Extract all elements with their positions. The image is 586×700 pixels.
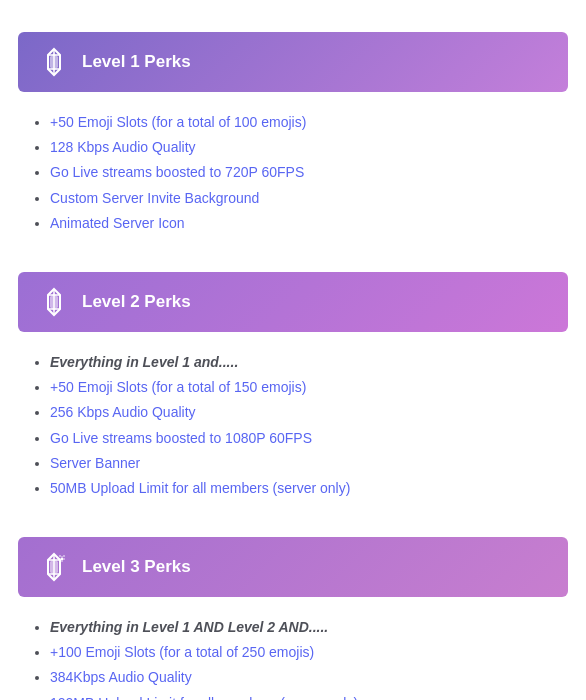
svg-point-17: [59, 555, 61, 557]
svg-point-16: [63, 555, 65, 557]
perk-link[interactable]: 384Kbps Audio Quality: [50, 669, 192, 685]
perk-link[interactable]: 100MB Upload Limit for all members (serv…: [50, 695, 358, 700]
list-item: Everything in Level 1 and.....: [50, 350, 558, 375]
level2-section: Level 2 Perks Everything in Level 1 and.…: [0, 272, 586, 519]
level3-section: Level 3 Perks Everything in Level 1 AND …: [0, 537, 586, 700]
level3-perks-list: Everything in Level 1 AND Level 2 AND...…: [0, 597, 586, 700]
level1-title: Level 1 Perks: [82, 52, 191, 72]
perk-link[interactable]: +50 Emoji Slots (for a total of 150 emoj…: [50, 379, 306, 395]
list-item: +100 Emoji Slots (for a total of 250 emo…: [50, 640, 558, 665]
list-item: 128 Kbps Audio Quality: [50, 135, 558, 160]
perk-link[interactable]: Server Banner: [50, 455, 140, 471]
list-item: +50 Emoji Slots (for a total of 150 emoj…: [50, 375, 558, 400]
list-item: Animated Server Icon: [50, 211, 558, 236]
list-item: Everything in Level 1 AND Level 2 AND...…: [50, 615, 558, 640]
level2-title: Level 2 Perks: [82, 292, 191, 312]
perk-link[interactable]: Animated Server Icon: [50, 215, 185, 231]
perk-link[interactable]: Go Live streams boosted to 720P 60FPS: [50, 164, 304, 180]
perk-link[interactable]: +50 Emoji Slots (for a total of 100 emoj…: [50, 114, 306, 130]
level1-section: Level 1 Perks +50 Emoji Slots (for a tot…: [0, 32, 586, 254]
perk-link[interactable]: +100 Emoji Slots (for a total of 250 emo…: [50, 644, 314, 660]
level3-title: Level 3 Perks: [82, 557, 191, 577]
level1-perks-list: +50 Emoji Slots (for a total of 100 emoj…: [0, 92, 586, 254]
list-item: Custom Server Invite Background: [50, 186, 558, 211]
level2-icon: [38, 286, 70, 318]
list-item: 256 Kbps Audio Quality: [50, 400, 558, 425]
list-item: 384Kbps Audio Quality: [50, 665, 558, 690]
perk-bold-italic: Everything in Level 1 AND Level 2 AND...…: [50, 619, 328, 635]
perk-link[interactable]: 128 Kbps Audio Quality: [50, 139, 196, 155]
list-item: Server Banner: [50, 451, 558, 476]
level3-header: Level 3 Perks: [18, 537, 568, 597]
perk-link[interactable]: Custom Server Invite Background: [50, 190, 259, 206]
list-item: Go Live streams boosted to 1080P 60FPS: [50, 426, 558, 451]
perk-link[interactable]: 256 Kbps Audio Quality: [50, 404, 196, 420]
list-item: +50 Emoji Slots (for a total of 100 emoj…: [50, 110, 558, 135]
perk-link[interactable]: Go Live streams boosted to 1080P 60FPS: [50, 430, 312, 446]
perk-bold-italic: Everything in Level 1 and.....: [50, 354, 238, 370]
level1-header: Level 1 Perks: [18, 32, 568, 92]
level2-header: Level 2 Perks: [18, 272, 568, 332]
list-item: 50MB Upload Limit for all members (serve…: [50, 476, 558, 501]
perk-link[interactable]: 50MB Upload Limit for all members (serve…: [50, 480, 350, 496]
level1-icon: [38, 46, 70, 78]
list-item: 100MB Upload Limit for all members (serv…: [50, 691, 558, 700]
level3-icon: [38, 551, 70, 583]
level2-perks-list: Everything in Level 1 and..... +50 Emoji…: [0, 332, 586, 519]
list-item: Go Live streams boosted to 720P 60FPS: [50, 160, 558, 185]
